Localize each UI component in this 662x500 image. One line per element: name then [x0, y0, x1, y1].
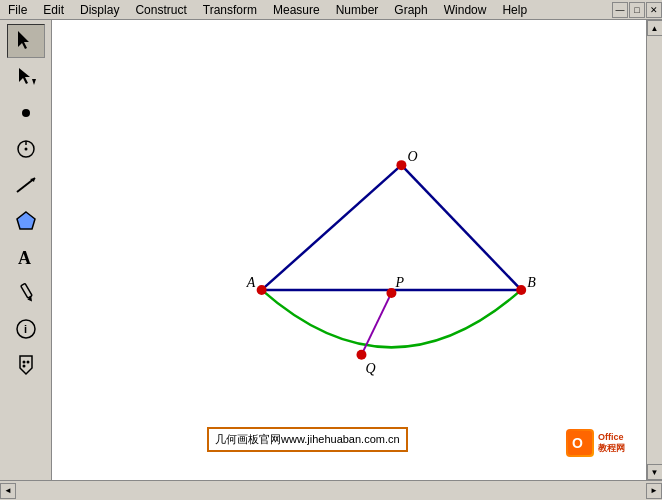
geometry-canvas: O A B P Q — [52, 20, 646, 480]
menubar: File Edit Display Construct Transform Me… — [0, 0, 662, 20]
svg-marker-2 — [32, 79, 36, 85]
menu-number[interactable]: Number — [328, 2, 387, 18]
watermark-text: 几何画板官网www.jihehuaban.com.cn — [215, 433, 400, 445]
point-tool-button[interactable] — [7, 96, 45, 130]
svg-marker-9 — [17, 212, 35, 229]
svg-text:O: O — [407, 149, 417, 164]
content-area: A i — [0, 20, 662, 480]
svg-line-20 — [401, 165, 521, 290]
arrow-sub-icon — [14, 65, 38, 89]
svg-line-19 — [262, 165, 402, 290]
menu-construct[interactable]: Construct — [127, 2, 194, 18]
menu-window[interactable]: Window — [436, 2, 495, 18]
info-icon: i — [14, 317, 38, 341]
menu-file[interactable]: File — [0, 2, 35, 18]
svg-marker-15 — [20, 356, 32, 374]
select-tool-button[interactable] — [7, 24, 45, 58]
svg-text:A: A — [18, 248, 31, 268]
polygon-tool-button[interactable] — [7, 204, 45, 238]
watermark: 几何画板官网www.jihehuaban.com.cn — [207, 427, 408, 452]
svg-text:O: O — [572, 435, 583, 451]
menu-help[interactable]: Help — [494, 2, 535, 18]
more-tool-button[interactable] — [7, 348, 45, 382]
svg-text:P: P — [394, 275, 404, 290]
scroll-track-horizontal[interactable] — [18, 483, 644, 499]
close-button[interactable]: ✕ — [646, 2, 662, 18]
line-icon — [14, 173, 38, 197]
point-icon — [14, 101, 38, 125]
compass-icon — [14, 137, 38, 161]
text-icon: A — [14, 245, 38, 269]
right-scrollbar[interactable]: ▲ ▼ — [646, 20, 662, 480]
canvas-area[interactable]: O A B P Q 几何画板官网www.jihehuaban.com.cn — [52, 20, 646, 480]
toolbar: A i — [0, 20, 52, 480]
marker-tool-button[interactable] — [7, 276, 45, 310]
svg-point-25 — [257, 285, 267, 295]
svg-marker-1 — [19, 68, 30, 84]
select-arrow-icon — [14, 29, 38, 53]
bottom-area: ◄ ► — [0, 480, 662, 500]
more-icon — [14, 353, 38, 377]
scroll-down-button[interactable]: ▼ — [647, 464, 663, 480]
svg-point-16 — [22, 361, 25, 364]
info-tool-button[interactable]: i — [7, 312, 45, 346]
app-container: File Edit Display Construct Transform Me… — [0, 0, 662, 500]
scroll-up-button[interactable]: ▲ — [647, 20, 663, 36]
svg-point-27 — [516, 285, 526, 295]
svg-text:B: B — [527, 275, 536, 290]
scroll-left-button[interactable]: ◄ — [0, 483, 16, 499]
menu-measure[interactable]: Measure — [265, 2, 328, 18]
svg-point-23 — [396, 160, 406, 170]
svg-marker-0 — [18, 31, 29, 49]
office-logo: O Office教程网 — [566, 428, 636, 458]
svg-rect-11 — [20, 283, 31, 298]
menu-graph[interactable]: Graph — [386, 2, 435, 18]
arrow-sub-tool-button[interactable] — [7, 60, 45, 94]
svg-text:Q: Q — [365, 361, 375, 376]
svg-text:A: A — [246, 275, 256, 290]
maximize-button[interactable]: □ — [629, 2, 645, 18]
svg-point-18 — [22, 365, 25, 368]
polygon-icon — [14, 209, 38, 233]
menu-edit[interactable]: Edit — [35, 2, 72, 18]
menu-display[interactable]: Display — [72, 2, 127, 18]
svg-point-5 — [24, 148, 27, 151]
line-tool-button[interactable] — [7, 168, 45, 202]
compass-tool-button[interactable] — [7, 132, 45, 166]
svg-point-3 — [22, 109, 30, 117]
text-tool-button[interactable]: A — [7, 240, 45, 274]
office-icon: O — [566, 429, 594, 457]
menu-transform[interactable]: Transform — [195, 2, 265, 18]
office-logo-text: Office教程网 — [598, 432, 625, 454]
svg-text:i: i — [24, 323, 27, 335]
marker-icon — [14, 281, 38, 305]
svg-point-31 — [356, 350, 366, 360]
scroll-right-button[interactable]: ► — [646, 483, 662, 499]
svg-point-17 — [26, 361, 29, 364]
minimize-button[interactable]: — — [612, 2, 628, 18]
